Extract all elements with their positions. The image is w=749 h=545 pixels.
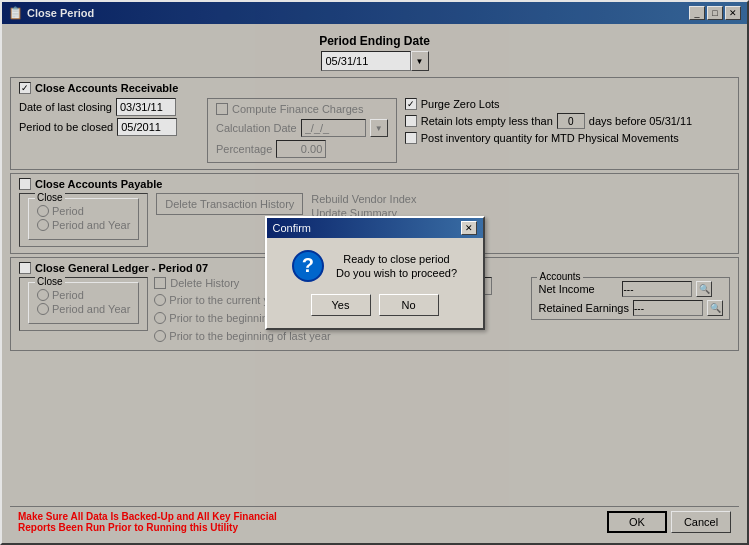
confirm-dialog-overlay: Confirm ✕ ? Ready to close period Do you… xyxy=(0,0,749,545)
confirm-message-line1: Ready to close period xyxy=(343,253,449,265)
confirm-dialog-close-button[interactable]: ✕ xyxy=(461,221,477,235)
confirm-yes-button[interactable]: Yes xyxy=(311,294,371,316)
confirm-dialog: Confirm ✕ ? Ready to close period Do you… xyxy=(265,216,485,330)
confirm-dialog-title: Confirm xyxy=(273,222,312,234)
confirm-dialog-icon-row: ? Ready to close period Do you wish to p… xyxy=(292,250,457,282)
confirm-dialog-message: Ready to close period Do you wish to pro… xyxy=(336,253,457,279)
confirm-dialog-title-bar: Confirm ✕ xyxy=(267,218,483,238)
confirm-message-line2: Do you wish to proceed? xyxy=(336,267,457,279)
confirm-question-icon: ? xyxy=(292,250,324,282)
confirm-dialog-buttons: Yes No xyxy=(311,294,439,316)
confirm-no-button[interactable]: No xyxy=(379,294,439,316)
confirm-dialog-body: ? Ready to close period Do you wish to p… xyxy=(267,238,483,328)
